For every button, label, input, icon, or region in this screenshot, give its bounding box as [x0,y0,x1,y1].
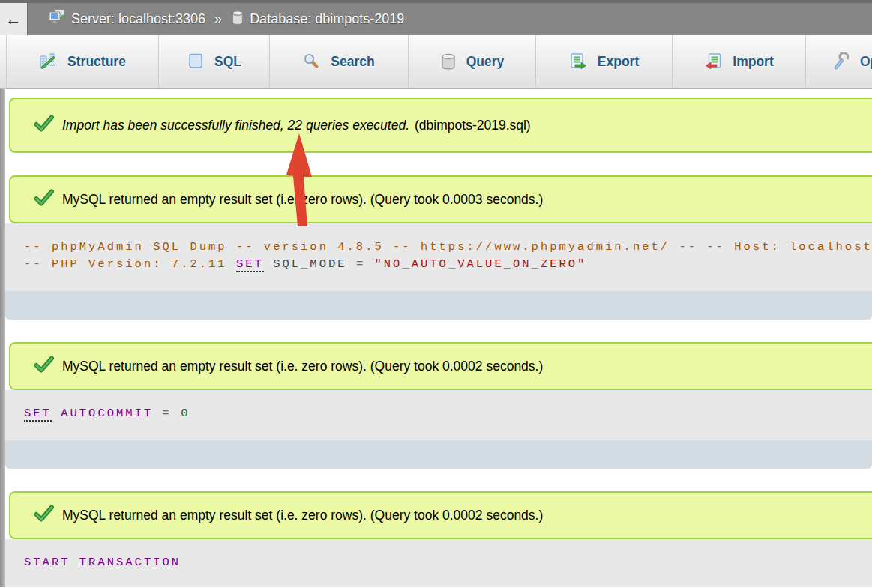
sql-token: "NO_AUTO_VALUE_ON_ZERO" [374,257,586,271]
sql-token: START TRANSACTION [24,556,181,569]
query-result-block: MySQL returned an empty result set (i.e.… [5,176,872,320]
sql-token: Host: localhost [734,240,872,254]
success-message-box: MySQL returned an empty result set (i.e.… [9,491,872,539]
tab-label: Import [733,54,773,70]
success-check-icon [34,189,54,211]
code-line: START TRANSACTION [24,554,872,572]
sql-token: = [347,257,375,271]
tab-label: Search [331,54,374,70]
tab-query[interactable]: Query [409,35,536,88]
server-label: Server: localhost:3306 [71,11,205,27]
sql-token: -- PHP Version: 7.2.11 [24,257,236,271]
query-result-block: MySQL returned an empty result set (i.e.… [5,342,872,469]
query-icon [440,52,457,70]
code-line: -- PHP Version: 7.2.11 SET SQL_MODE = "N… [24,256,872,273]
tab-label: Structure [67,54,126,70]
back-arrow-icon: ← [5,10,22,29]
back-button[interactable]: ← [0,3,28,35]
tab-structure[interactable]: Structure [6,35,159,88]
result-tools-bar [5,291,872,320]
tab-label: Query [466,54,505,70]
server-link[interactable]: Server: localhost:3306 [48,9,205,29]
sql-token: AUTOCOMMIT [61,406,153,420]
tab-operations[interactable]: Operations [806,35,872,88]
import-success-message: Import has been successfully finished, 2… [62,118,409,133]
sql-token: = [153,406,181,420]
result-message: MySQL returned an empty result set (i.e.… [62,192,543,208]
result-message: MySQL returned an empty result set (i.e.… [62,358,543,374]
tab-label: Operations [860,54,872,70]
sql-token [264,257,273,271]
sql-code-block: SET AUTOCOMMIT = 0 [5,390,872,440]
result-tools-bar [5,440,872,469]
tab-sql[interactable]: SQL [159,35,270,88]
tab-search[interactable]: Search [270,35,409,88]
tab-export[interactable]: Export [536,35,673,88]
database-label: Database: dbimpots-2019 [250,11,404,27]
breadcrumb-separator: » [214,11,222,27]
main-content: Import has been successfully finished, 2… [0,88,872,587]
success-check-icon [34,356,54,377]
operations-icon [832,52,850,70]
sql-token: SQL_MODE [273,257,346,271]
success-message-box: MySQL returned an empty result set (i.e.… [9,176,872,224]
sql-keyword-doc-link[interactable]: SET [236,257,264,272]
sql-token: -- phpMyAdmin SQL Dump -- version 4.8.5 … [24,240,670,254]
structure-icon [39,52,58,70]
sql-token: 0 [181,406,190,420]
tab-label: SQL [214,54,241,70]
nav-resize-handle[interactable] [0,88,5,587]
database-link[interactable]: Database: dbimpots-2019 [231,10,404,29]
sql-token: -- -- [670,240,734,254]
import-success-banner: Import has been successfully finished, 2… [9,98,872,153]
result-message: MySQL returned an empty result set (i.e.… [62,508,543,524]
code-line: SET AUTOCOMMIT = 0 [24,405,872,422]
import-icon [704,52,723,70]
export-icon [569,52,588,70]
success-message-box: MySQL returned an empty result set (i.e.… [9,342,872,390]
code-line: -- phpMyAdmin SQL Dump -- version 4.8.5 … [24,238,872,256]
success-check-icon [34,505,54,526]
breadcrumb: Server: localhost:3306 » Database: dbimp… [48,3,404,35]
search-icon [303,52,321,70]
sql-icon [187,52,205,70]
sql-code-block: START TRANSACTION [5,539,872,587]
query-result-block: MySQL returned an empty result set (i.e.… [5,491,872,587]
sql-keyword-doc-link[interactable]: SET [24,406,52,422]
database-tabbar: StructureSQLSearchQueryExportImportOpera… [0,35,872,88]
tab-label: Export [598,54,639,70]
sql-code-block: -- phpMyAdmin SQL Dump -- version 4.8.5 … [5,224,872,291]
import-file-name: (dbimpots-2019.sql) [415,118,531,133]
server-icon [48,9,66,29]
tab-import[interactable]: Import [673,35,806,88]
breadcrumb-bar: ← Server: localhost:3306 » Database: dbi… [0,0,872,35]
success-check-icon [34,115,54,136]
database-icon [231,10,244,29]
sql-token [52,406,61,420]
